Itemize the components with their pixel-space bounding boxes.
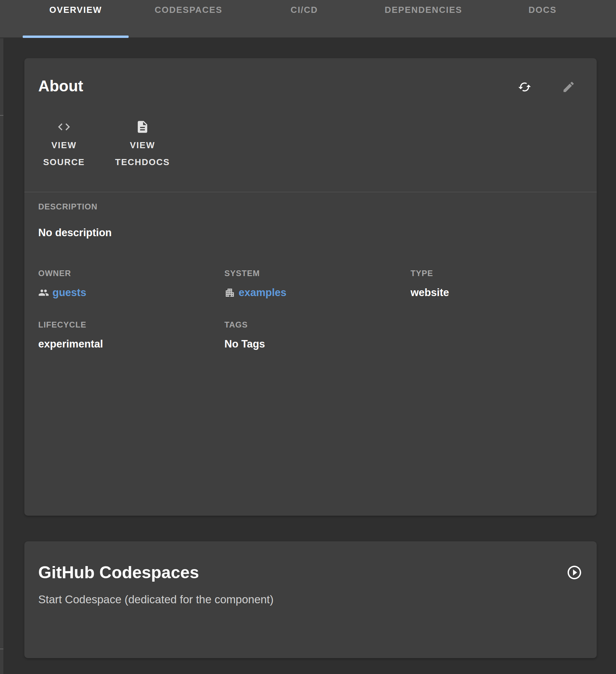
view-source-label: VIEW SOURCE [38, 137, 90, 171]
system-link[interactable]: examples [224, 286, 411, 299]
sidebar-divider [0, 115, 3, 116]
code-icon [57, 120, 71, 134]
codespaces-card-title: GitHub Codespaces [24, 541, 597, 582]
play-circle-icon [566, 564, 582, 581]
edit-icon [562, 80, 575, 94]
field-type-value: website [411, 286, 597, 299]
about-card-actions [518, 80, 575, 94]
edit-button[interactable] [562, 80, 575, 94]
field-tags: TAGS No Tags [224, 320, 411, 351]
view-techdocs-label: VIEW TECHDOCS [102, 137, 183, 171]
start-codespace-button[interactable] [566, 564, 582, 581]
about-card-fields: DESCRIPTION No description OWNER guests … [38, 202, 597, 351]
field-owner-label: OWNER [38, 269, 224, 278]
about-card-title: About [24, 58, 597, 95]
field-lifecycle-label: LIFECYCLE [38, 320, 224, 330]
field-system-label: SYSTEM [224, 269, 411, 278]
tab-docs-label: DOCS [528, 5, 556, 15]
active-tab-indicator [23, 36, 129, 38]
owner-link[interactable]: guests [38, 286, 224, 299]
entity-tab-bar: OVERVIEW CODESPACES CI/CD DEPENDENCIES D… [0, 0, 616, 38]
refresh-icon [518, 80, 531, 94]
field-owner: OWNER guests [38, 269, 224, 299]
field-description-value: No description [38, 226, 597, 239]
system-icon [224, 287, 235, 298]
owner-link-label: guests [52, 286, 86, 299]
sidebar-divider [0, 649, 3, 649]
tab-dependencies-label: DEPENDENCIES [384, 5, 462, 15]
field-lifecycle: LIFECYCLE experimental [38, 320, 224, 351]
codespaces-card-subtitle: Start Codespace (dedicated for the compo… [24, 593, 597, 606]
field-description: DESCRIPTION No description [38, 202, 597, 239]
field-tags-value: No Tags [224, 338, 411, 351]
sidebar-edge [0, 38, 3, 674]
field-system: SYSTEM examples [224, 269, 411, 299]
view-source-button[interactable]: VIEW SOURCE [38, 120, 90, 171]
system-link-label: examples [239, 286, 286, 299]
entity-overview-page: OVERVIEW CODESPACES CI/CD DEPENDENCIES D… [0, 0, 616, 674]
tab-codespaces[interactable]: CODESPACES [133, 0, 244, 38]
field-lifecycle-value: experimental [38, 338, 224, 351]
about-card-divider [24, 192, 597, 192]
tab-cicd[interactable]: CI/CD [248, 0, 360, 38]
field-description-label: DESCRIPTION [38, 202, 597, 211]
field-type: TYPE website [411, 269, 597, 299]
people-icon [38, 287, 49, 298]
tab-dependencies[interactable]: DEPENDENCIES [364, 0, 483, 38]
field-type-label: TYPE [411, 269, 597, 278]
tab-cicd-label: CI/CD [291, 5, 318, 15]
tab-docs[interactable]: DOCS [487, 0, 598, 38]
refresh-button[interactable] [518, 80, 531, 94]
github-codespaces-card: GitHub Codespaces Start Codespace (dedic… [24, 541, 597, 658]
about-card: About VIEW SOURCE VIEW TECHDOCS DESCRIPT… [24, 58, 597, 516]
tab-codespaces-label: CODESPACES [155, 5, 222, 15]
tab-overview[interactable]: OVERVIEW [23, 0, 129, 38]
view-techdocs-button[interactable]: VIEW TECHDOCS [102, 120, 183, 171]
field-tags-label: TAGS [224, 320, 411, 330]
about-card-links: VIEW SOURCE VIEW TECHDOCS [38, 120, 183, 171]
docs-icon [135, 120, 150, 134]
tab-overview-label: OVERVIEW [49, 5, 102, 15]
